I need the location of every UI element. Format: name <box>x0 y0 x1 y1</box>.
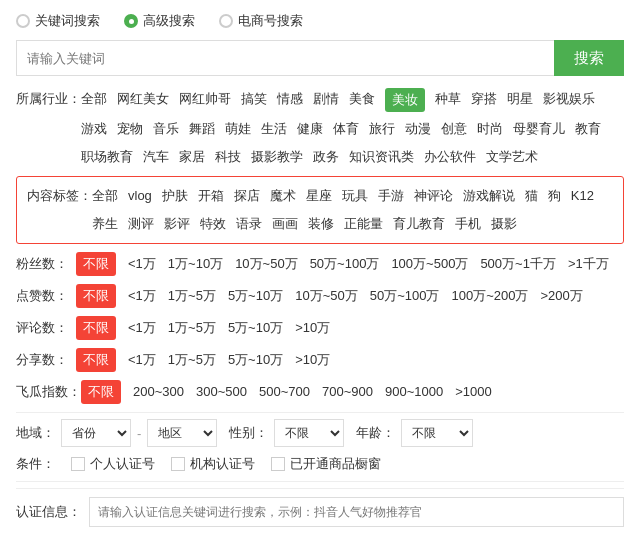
feiya-tag-2[interactable]: 300~500 <box>196 381 247 403</box>
ct-tag-3[interactable]: 开箱 <box>198 185 224 207</box>
ind-tag-17[interactable]: 生活 <box>261 118 287 140</box>
likes-tag-4[interactable]: 10万~50万 <box>295 285 358 307</box>
ind-tag-4[interactable]: 情感 <box>277 88 303 112</box>
ct-tag-10[interactable]: 游戏解说 <box>463 185 515 207</box>
shares-tag-2[interactable]: 1万~5万 <box>168 349 216 371</box>
condition-institution[interactable]: 机构认证号 <box>171 455 255 473</box>
fans-tag-4[interactable]: 50万~100万 <box>310 253 380 275</box>
fans-tag-1[interactable]: <1万 <box>128 253 156 275</box>
ct-tag-4[interactable]: 探店 <box>234 185 260 207</box>
ct-tag-23[interactable]: 手机 <box>455 213 481 235</box>
fans-tag-6[interactable]: 500万~1千万 <box>480 253 556 275</box>
ct-tag-5[interactable]: 魔术 <box>270 185 296 207</box>
ind-tag-8[interactable]: 种草 <box>435 88 461 112</box>
likes-tag-5[interactable]: 50万~100万 <box>370 285 440 307</box>
condition-shop-checkbox[interactable] <box>271 457 285 471</box>
ind-tag-1[interactable]: 网红美女 <box>117 88 169 112</box>
radio-keyword[interactable]: 关键词搜索 <box>16 12 100 30</box>
condition-shop[interactable]: 已开通商品橱窗 <box>271 455 381 473</box>
ind-tag-31[interactable]: 政务 <box>313 146 339 168</box>
condition-institution-checkbox[interactable] <box>171 457 185 471</box>
fans-tag-2[interactable]: 1万~10万 <box>168 253 223 275</box>
radio-advanced[interactable]: 高级搜索 <box>124 12 195 30</box>
feiya-tag-4[interactable]: 700~900 <box>322 381 373 403</box>
ct-tag-15[interactable]: 测评 <box>128 213 154 235</box>
ind-tag-9[interactable]: 穿搭 <box>471 88 497 112</box>
comments-tag-1[interactable]: <1万 <box>128 317 156 339</box>
ct-tag-22[interactable]: 育儿教育 <box>393 213 445 235</box>
ind-tag-10[interactable]: 明星 <box>507 88 533 112</box>
ct-tag-24[interactable]: 摄影 <box>491 213 517 235</box>
likes-tag-2[interactable]: 1万~5万 <box>168 285 216 307</box>
ct-tag-1[interactable]: vlog <box>128 185 152 207</box>
feiya-tag-1[interactable]: 200~300 <box>133 381 184 403</box>
ind-tag-13[interactable]: 宠物 <box>117 118 143 140</box>
search-input[interactable] <box>16 40 554 76</box>
feiya-tag-6[interactable]: >1000 <box>455 381 492 403</box>
ind-tag-15[interactable]: 舞蹈 <box>189 118 215 140</box>
comments-tag-4[interactable]: >10万 <box>295 317 330 339</box>
ct-tag-0[interactable]: 全部 <box>92 185 118 207</box>
feiya-tag-5[interactable]: 900~1000 <box>385 381 443 403</box>
ind-tag-27[interactable]: 汽车 <box>143 146 169 168</box>
ind-tag-21[interactable]: 动漫 <box>405 118 431 140</box>
condition-personal[interactable]: 个人认证号 <box>71 455 155 473</box>
ind-tag-5[interactable]: 剧情 <box>313 88 339 112</box>
age-select[interactable]: 不限 18以下 18-24 25-30 31-40 40以上 <box>401 419 473 447</box>
ind-tag-20[interactable]: 旅行 <box>369 118 395 140</box>
fans-tag-3[interactable]: 10万~50万 <box>235 253 298 275</box>
ct-tag-14[interactable]: 养生 <box>92 213 118 235</box>
fans-tag-0[interactable]: 不限 <box>76 252 116 276</box>
ct-tag-7[interactable]: 玩具 <box>342 185 368 207</box>
ind-tag-14[interactable]: 音乐 <box>153 118 179 140</box>
ct-tag-21[interactable]: 正能量 <box>344 213 383 235</box>
ind-tag-0[interactable]: 全部 <box>81 88 107 112</box>
province-select[interactable]: 省份 <box>61 419 131 447</box>
ct-tag-18[interactable]: 语录 <box>236 213 262 235</box>
ct-tag-9[interactable]: 神评论 <box>414 185 453 207</box>
ind-tag-26[interactable]: 职场教育 <box>81 146 133 168</box>
radio-ecommerce[interactable]: 电商号搜索 <box>219 12 303 30</box>
ct-tag-16[interactable]: 影评 <box>164 213 190 235</box>
shares-tag-3[interactable]: 5万~10万 <box>228 349 283 371</box>
ind-tag-16[interactable]: 萌娃 <box>225 118 251 140</box>
ct-tag-17[interactable]: 特效 <box>200 213 226 235</box>
likes-tag-1[interactable]: <1万 <box>128 285 156 307</box>
ind-tag-22[interactable]: 创意 <box>441 118 467 140</box>
fans-tag-7[interactable]: >1千万 <box>568 253 609 275</box>
ind-tag-23[interactable]: 时尚 <box>477 118 503 140</box>
renzheng-input[interactable] <box>89 497 624 527</box>
ct-tag-12[interactable]: 狗 <box>548 185 561 207</box>
fans-tag-5[interactable]: 100万~500万 <box>391 253 468 275</box>
shares-tag-1[interactable]: <1万 <box>128 349 156 371</box>
shares-tag-4[interactable]: >10万 <box>295 349 330 371</box>
ind-tag-34[interactable]: 文学艺术 <box>486 146 538 168</box>
ct-tag-6[interactable]: 星座 <box>306 185 332 207</box>
comments-tag-0[interactable]: 不限 <box>76 316 116 340</box>
ind-tag-12[interactable]: 游戏 <box>81 118 107 140</box>
ct-tag-2[interactable]: 护肤 <box>162 185 188 207</box>
ind-tag-19[interactable]: 体育 <box>333 118 359 140</box>
ind-tag-18[interactable]: 健康 <box>297 118 323 140</box>
ind-tag-3[interactable]: 搞笑 <box>241 88 267 112</box>
ind-tag-6[interactable]: 美食 <box>349 88 375 112</box>
likes-tag-6[interactable]: 100万~200万 <box>451 285 528 307</box>
ind-tag-7[interactable]: 美妆 <box>385 88 425 112</box>
ind-tag-11[interactable]: 影视娱乐 <box>543 88 595 112</box>
ind-tag-33[interactable]: 办公软件 <box>424 146 476 168</box>
ind-tag-28[interactable]: 家居 <box>179 146 205 168</box>
ct-tag-8[interactable]: 手游 <box>378 185 404 207</box>
condition-personal-checkbox[interactable] <box>71 457 85 471</box>
shares-tag-0[interactable]: 不限 <box>76 348 116 372</box>
comments-tag-3[interactable]: 5万~10万 <box>228 317 283 339</box>
ind-tag-2[interactable]: 网红帅哥 <box>179 88 231 112</box>
gender-select[interactable]: 不限 男 女 <box>274 419 344 447</box>
feiya-tag-3[interactable]: 500~700 <box>259 381 310 403</box>
feiya-tag-0[interactable]: 不限 <box>81 380 121 404</box>
likes-tag-7[interactable]: >200万 <box>540 285 582 307</box>
ct-tag-13[interactable]: K12 <box>571 185 594 207</box>
comments-tag-2[interactable]: 1万~5万 <box>168 317 216 339</box>
ct-tag-20[interactable]: 装修 <box>308 213 334 235</box>
search-button[interactable]: 搜索 <box>554 40 624 76</box>
likes-tag-0[interactable]: 不限 <box>76 284 116 308</box>
